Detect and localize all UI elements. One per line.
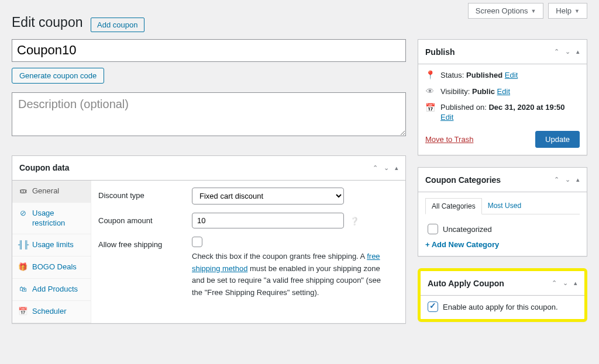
edit-status-link[interactable]: Edit xyxy=(505,71,518,79)
add-category-link[interactable]: + Add New Category xyxy=(425,240,499,249)
discount-type-select[interactable]: Fixed cart discount xyxy=(192,188,344,204)
move-up-icon[interactable]: ⌃ xyxy=(554,48,559,55)
ticket-icon: 🎟 xyxy=(18,186,27,196)
pin-icon: 📍 xyxy=(425,70,435,79)
help-button[interactable]: Help xyxy=(548,3,587,19)
help-icon[interactable]: ❔ xyxy=(350,216,359,226)
auto-apply-checkbox[interactable] xyxy=(428,301,438,312)
eye-icon: 👁 xyxy=(425,86,435,96)
published-on-label: Published on: xyxy=(440,103,487,112)
description-textarea[interactable] xyxy=(12,92,406,136)
category-checkbox[interactable] xyxy=(428,224,438,234)
categories-title: Coupon Categories xyxy=(425,175,501,185)
published-on-value: Dec 31, 2020 at 19:50 xyxy=(488,103,564,112)
gift-icon: 🎁 xyxy=(18,262,27,272)
collapse-icon[interactable]: ▴ xyxy=(574,280,577,286)
publish-title: Publish xyxy=(425,47,455,57)
calendar-icon: 📅 xyxy=(18,307,27,317)
tab-most-used[interactable]: Most Used xyxy=(482,198,527,214)
tab-usage-limits[interactable]: ╢╟ Usage limits xyxy=(12,234,91,256)
edit-date-link[interactable]: Edit xyxy=(440,113,565,122)
tab-scheduler[interactable]: 📅 Scheduler xyxy=(12,301,91,323)
move-down-icon[interactable]: ⌄ xyxy=(384,165,389,171)
move-up-icon[interactable]: ⌃ xyxy=(552,280,557,286)
visibility-label: Visibility: xyxy=(440,87,470,96)
tab-all-categories[interactable]: All Categories xyxy=(425,198,482,214)
tab-general-label: General xyxy=(32,186,59,196)
calendar-icon: 📅 xyxy=(425,103,435,112)
coupon-data-title: Coupon data xyxy=(19,163,70,172)
auto-apply-label: Enable auto apply for this coupon. xyxy=(443,303,558,311)
move-up-icon[interactable]: ⌃ xyxy=(554,176,559,183)
page-title: Edit coupon xyxy=(12,15,82,30)
category-label: Uncategorized xyxy=(443,225,492,234)
discount-type-label: Discount type xyxy=(98,188,192,200)
generate-code-button[interactable]: Generate coupon code xyxy=(12,68,104,84)
visibility-value: Public xyxy=(472,87,495,96)
tab-general[interactable]: 🎟 General xyxy=(12,181,91,203)
screen-options-button[interactable]: Screen Options xyxy=(468,3,544,19)
collapse-icon[interactable]: ▴ xyxy=(576,48,580,55)
auto-apply-title: Auto Apply Coupon xyxy=(428,279,504,288)
tab-usage-limits-label: Usage limits xyxy=(32,240,74,250)
coupon-amount-input[interactable] xyxy=(192,213,344,228)
tab-bogo-label: BOGO Deals xyxy=(32,262,77,272)
trash-link[interactable]: Move to Trash xyxy=(425,135,473,144)
edit-visibility-link[interactable]: Edit xyxy=(497,87,510,96)
tab-add-products-label: Add Products xyxy=(32,285,78,294)
coupon-code-input[interactable] xyxy=(12,39,406,62)
sliders-icon: ╢╟ xyxy=(18,240,27,250)
status-label: Status: xyxy=(440,71,464,79)
tab-bogo[interactable]: 🎁 BOGO Deals xyxy=(12,256,91,279)
tab-usage-restriction[interactable]: ⊘ Usage restriction xyxy=(12,203,91,235)
update-button[interactable]: Update xyxy=(535,131,580,148)
free-shipping-label: Allow free shipping xyxy=(98,237,192,249)
coupon-amount-label: Coupon amount xyxy=(98,213,192,225)
move-down-icon[interactable]: ⌄ xyxy=(565,176,570,183)
tab-scheduler-label: Scheduler xyxy=(32,307,67,317)
move-down-icon[interactable]: ⌄ xyxy=(563,280,568,286)
tab-add-products[interactable]: 🛍 Add Products xyxy=(12,279,91,301)
status-value: Published xyxy=(466,71,502,79)
free-shipping-help: Check this box if the coupon grants free… xyxy=(192,251,391,299)
tab-usage-restriction-label: Usage restriction xyxy=(32,209,85,228)
collapse-icon[interactable]: ▴ xyxy=(395,165,398,171)
move-up-icon[interactable]: ⌃ xyxy=(373,165,378,171)
collapse-icon[interactable]: ▴ xyxy=(576,176,580,183)
block-icon: ⊘ xyxy=(18,209,27,219)
move-down-icon[interactable]: ⌄ xyxy=(565,48,570,55)
bag-icon: 🛍 xyxy=(18,285,27,294)
category-item[interactable]: Uncategorized xyxy=(428,224,577,234)
free-shipping-checkbox[interactable] xyxy=(192,237,202,247)
add-coupon-button[interactable]: Add coupon xyxy=(91,18,144,32)
